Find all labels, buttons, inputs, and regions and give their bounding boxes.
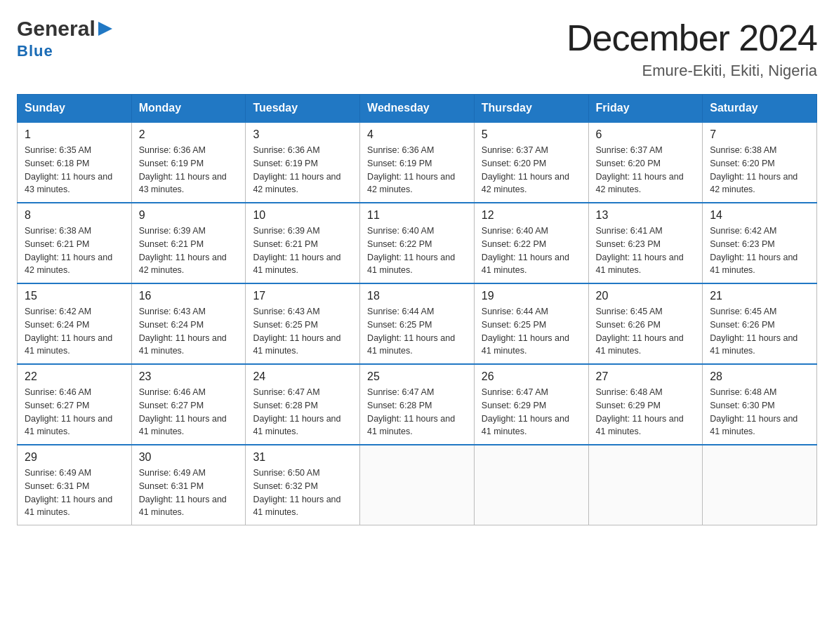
- calendar-week-row: 15Sunrise: 6:42 AMSunset: 6:24 PMDayligh…: [18, 283, 817, 364]
- title-area: December 2024 Emure-Ekiti, Ekiti, Nigeri…: [567, 17, 817, 80]
- calendar-cell: 29Sunrise: 6:49 AMSunset: 6:31 PMDayligh…: [18, 445, 132, 525]
- calendar-cell: 15Sunrise: 6:42 AMSunset: 6:24 PMDayligh…: [18, 283, 132, 364]
- day-info: Sunrise: 6:38 AMSunset: 6:21 PMDaylight:…: [25, 224, 124, 277]
- day-info: Sunrise: 6:37 AMSunset: 6:20 PMDaylight:…: [596, 144, 696, 196]
- day-info: Sunrise: 6:50 AMSunset: 6:32 PMDaylight:…: [253, 467, 352, 519]
- calendar-week-row: 8Sunrise: 6:38 AMSunset: 6:21 PMDaylight…: [18, 203, 817, 283]
- day-number: 29: [25, 451, 124, 464]
- day-info: Sunrise: 6:37 AMSunset: 6:20 PMDaylight:…: [482, 144, 581, 196]
- day-number: 9: [139, 209, 239, 222]
- weekday-header-friday: Friday: [588, 95, 703, 123]
- day-number: 27: [596, 370, 696, 383]
- calendar-table: SundayMondayTuesdayWednesdayThursdayFrid…: [17, 94, 817, 525]
- calendar-cell: 27Sunrise: 6:48 AMSunset: 6:29 PMDayligh…: [588, 364, 703, 445]
- day-number: 6: [596, 128, 696, 141]
- calendar-cell: 19Sunrise: 6:44 AMSunset: 6:25 PMDayligh…: [474, 283, 588, 364]
- day-number: 26: [482, 370, 581, 383]
- calendar-subtitle: Emure-Ekiti, Ekiti, Nigeria: [567, 62, 817, 80]
- calendar-cell: 22Sunrise: 6:46 AMSunset: 6:27 PMDayligh…: [18, 364, 132, 445]
- logo-arrow-icon: [97, 19, 117, 39]
- day-number: 25: [367, 370, 467, 383]
- page-header: General Blue December 2024 Emure-Ekiti, …: [17, 17, 817, 80]
- day-info: Sunrise: 6:43 AMSunset: 6:24 PMDaylight:…: [139, 305, 239, 358]
- day-info: Sunrise: 6:46 AMSunset: 6:27 PMDaylight:…: [25, 386, 124, 438]
- weekday-header-thursday: Thursday: [474, 95, 588, 123]
- day-info: Sunrise: 6:38 AMSunset: 6:20 PMDaylight:…: [710, 144, 809, 196]
- day-info: Sunrise: 6:49 AMSunset: 6:31 PMDaylight:…: [25, 467, 124, 519]
- calendar-cell: 6Sunrise: 6:37 AMSunset: 6:20 PMDaylight…: [588, 122, 703, 203]
- day-number: 5: [482, 128, 581, 141]
- calendar-cell: 25Sunrise: 6:47 AMSunset: 6:28 PMDayligh…: [360, 364, 475, 445]
- calendar-cell: 16Sunrise: 6:43 AMSunset: 6:24 PMDayligh…: [131, 283, 246, 364]
- day-number: 14: [710, 209, 809, 222]
- calendar-cell: 13Sunrise: 6:41 AMSunset: 6:23 PMDayligh…: [588, 203, 703, 283]
- calendar-cell: 20Sunrise: 6:45 AMSunset: 6:26 PMDayligh…: [588, 283, 703, 364]
- day-info: Sunrise: 6:48 AMSunset: 6:30 PMDaylight:…: [710, 386, 809, 438]
- day-number: 24: [253, 370, 352, 383]
- day-info: Sunrise: 6:47 AMSunset: 6:28 PMDaylight:…: [367, 386, 467, 438]
- day-info: Sunrise: 6:40 AMSunset: 6:22 PMDaylight:…: [482, 224, 581, 277]
- day-number: 3: [253, 128, 352, 141]
- calendar-cell: [703, 445, 817, 525]
- day-info: Sunrise: 6:47 AMSunset: 6:29 PMDaylight:…: [482, 386, 581, 438]
- weekday-header-sunday: Sunday: [18, 95, 132, 123]
- calendar-cell: [474, 445, 588, 525]
- day-number: 17: [253, 290, 352, 302]
- calendar-title: December 2024: [567, 17, 817, 59]
- calendar-week-row: 29Sunrise: 6:49 AMSunset: 6:31 PMDayligh…: [18, 445, 817, 525]
- weekday-header-wednesday: Wednesday: [360, 95, 475, 123]
- day-info: Sunrise: 6:45 AMSunset: 6:26 PMDaylight:…: [596, 305, 696, 358]
- day-info: Sunrise: 6:48 AMSunset: 6:29 PMDaylight:…: [596, 386, 696, 438]
- day-number: 4: [367, 128, 467, 141]
- day-info: Sunrise: 6:39 AMSunset: 6:21 PMDaylight:…: [139, 224, 239, 277]
- calendar-cell: 28Sunrise: 6:48 AMSunset: 6:30 PMDayligh…: [703, 364, 817, 445]
- day-number: 18: [367, 290, 467, 302]
- day-number: 15: [25, 290, 124, 302]
- calendar-cell: 12Sunrise: 6:40 AMSunset: 6:22 PMDayligh…: [474, 203, 588, 283]
- day-info: Sunrise: 6:42 AMSunset: 6:23 PMDaylight:…: [710, 224, 809, 277]
- day-info: Sunrise: 6:49 AMSunset: 6:31 PMDaylight:…: [139, 467, 239, 519]
- day-number: 2: [139, 128, 239, 141]
- svg-marker-0: [98, 22, 112, 36]
- calendar-cell: 21Sunrise: 6:45 AMSunset: 6:26 PMDayligh…: [703, 283, 817, 364]
- day-number: 23: [139, 370, 239, 383]
- day-info: Sunrise: 6:44 AMSunset: 6:25 PMDaylight:…: [367, 305, 467, 358]
- calendar-cell: 30Sunrise: 6:49 AMSunset: 6:31 PMDayligh…: [131, 445, 246, 525]
- logo-general: General: [17, 17, 95, 41]
- day-number: 13: [596, 209, 696, 222]
- weekday-header-monday: Monday: [131, 95, 246, 123]
- logo-blue: Blue: [17, 42, 53, 60]
- calendar-cell: [360, 445, 475, 525]
- calendar-cell: 23Sunrise: 6:46 AMSunset: 6:27 PMDayligh…: [131, 364, 246, 445]
- logo: General Blue: [17, 17, 117, 60]
- calendar-cell: 5Sunrise: 6:37 AMSunset: 6:20 PMDaylight…: [474, 122, 588, 203]
- calendar-cell: 26Sunrise: 6:47 AMSunset: 6:29 PMDayligh…: [474, 364, 588, 445]
- calendar-cell: 18Sunrise: 6:44 AMSunset: 6:25 PMDayligh…: [360, 283, 475, 364]
- day-info: Sunrise: 6:41 AMSunset: 6:23 PMDaylight:…: [596, 224, 696, 277]
- weekday-header-saturday: Saturday: [703, 95, 817, 123]
- weekday-header-tuesday: Tuesday: [246, 95, 360, 123]
- day-number: 19: [482, 290, 581, 302]
- day-info: Sunrise: 6:45 AMSunset: 6:26 PMDaylight:…: [710, 305, 809, 358]
- calendar-week-row: 1Sunrise: 6:35 AMSunset: 6:18 PMDaylight…: [18, 122, 817, 203]
- day-info: Sunrise: 6:40 AMSunset: 6:22 PMDaylight:…: [367, 224, 467, 277]
- day-number: 22: [25, 370, 124, 383]
- day-number: 20: [596, 290, 696, 302]
- calendar-cell: 11Sunrise: 6:40 AMSunset: 6:22 PMDayligh…: [360, 203, 475, 283]
- day-number: 21: [710, 290, 809, 302]
- day-info: Sunrise: 6:36 AMSunset: 6:19 PMDaylight:…: [367, 144, 467, 196]
- calendar-cell: 17Sunrise: 6:43 AMSunset: 6:25 PMDayligh…: [246, 283, 360, 364]
- calendar-cell: 8Sunrise: 6:38 AMSunset: 6:21 PMDaylight…: [18, 203, 132, 283]
- day-info: Sunrise: 6:43 AMSunset: 6:25 PMDaylight:…: [253, 305, 352, 358]
- calendar-cell: 4Sunrise: 6:36 AMSunset: 6:19 PMDaylight…: [360, 122, 475, 203]
- calendar-cell: 7Sunrise: 6:38 AMSunset: 6:20 PMDaylight…: [703, 122, 817, 203]
- calendar-cell: 1Sunrise: 6:35 AMSunset: 6:18 PMDaylight…: [18, 122, 132, 203]
- day-info: Sunrise: 6:36 AMSunset: 6:19 PMDaylight:…: [139, 144, 239, 196]
- day-info: Sunrise: 6:44 AMSunset: 6:25 PMDaylight:…: [482, 305, 581, 358]
- day-number: 8: [25, 209, 124, 222]
- calendar-cell: [588, 445, 703, 525]
- day-number: 10: [253, 209, 352, 222]
- day-info: Sunrise: 6:35 AMSunset: 6:18 PMDaylight:…: [25, 144, 124, 196]
- day-number: 11: [367, 209, 467, 222]
- calendar-cell: 3Sunrise: 6:36 AMSunset: 6:19 PMDaylight…: [246, 122, 360, 203]
